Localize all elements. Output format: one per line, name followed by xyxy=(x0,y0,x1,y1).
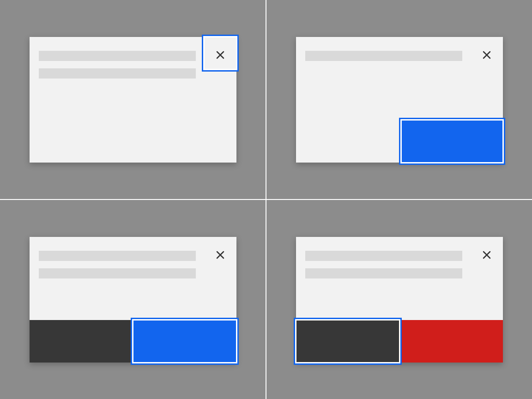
destructive-button[interactable] xyxy=(399,320,503,363)
dialog-states-grid xyxy=(0,0,532,399)
placeholder-line xyxy=(305,51,462,61)
close-icon[interactable] xyxy=(482,250,492,260)
placeholder-line xyxy=(305,268,462,278)
dialog-single-action xyxy=(296,37,503,163)
placeholder-line xyxy=(39,68,196,79)
primary-button[interactable] xyxy=(401,120,503,163)
placeholder-line xyxy=(39,251,196,261)
grid-cell xyxy=(266,200,532,399)
close-icon[interactable] xyxy=(215,50,225,60)
close-icon[interactable] xyxy=(482,50,492,60)
dialog-confirm-cancel xyxy=(30,237,236,363)
placeholder-line xyxy=(39,51,196,61)
grid-cell xyxy=(0,0,266,200)
secondary-button[interactable] xyxy=(30,320,133,363)
placeholder-line xyxy=(39,268,196,278)
close-icon[interactable] xyxy=(215,250,225,260)
grid-cell xyxy=(266,0,532,200)
placeholder-line xyxy=(305,251,462,261)
secondary-button[interactable] xyxy=(296,320,399,363)
dialog-only-close xyxy=(30,37,236,163)
primary-button[interactable] xyxy=(133,320,236,363)
dialog-destructive xyxy=(296,237,503,363)
grid-cell xyxy=(0,200,266,399)
